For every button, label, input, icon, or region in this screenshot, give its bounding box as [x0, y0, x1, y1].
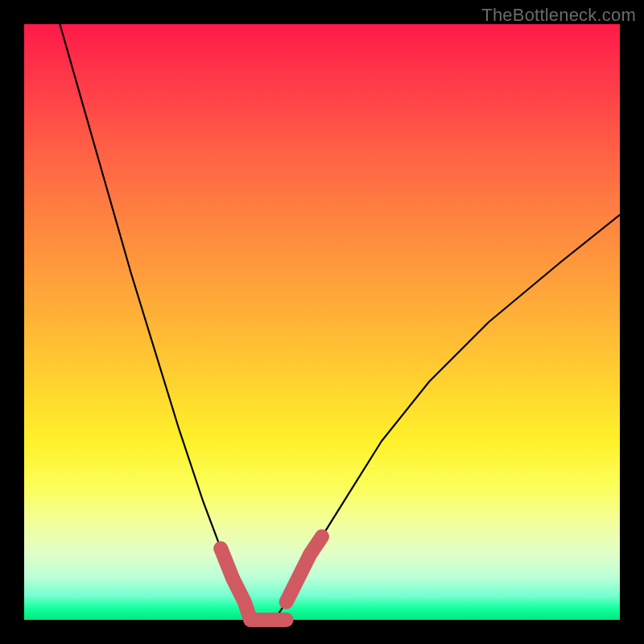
highlight-left: [221, 548, 250, 620]
plot-area: [24, 24, 620, 620]
watermark-text: TheBottleneck.com: [481, 5, 636, 26]
curve-layer: [24, 24, 620, 620]
chart-frame: TheBottleneck.com: [0, 0, 644, 644]
bottleneck-curve: [60, 24, 620, 620]
highlight-right: [287, 536, 322, 601]
